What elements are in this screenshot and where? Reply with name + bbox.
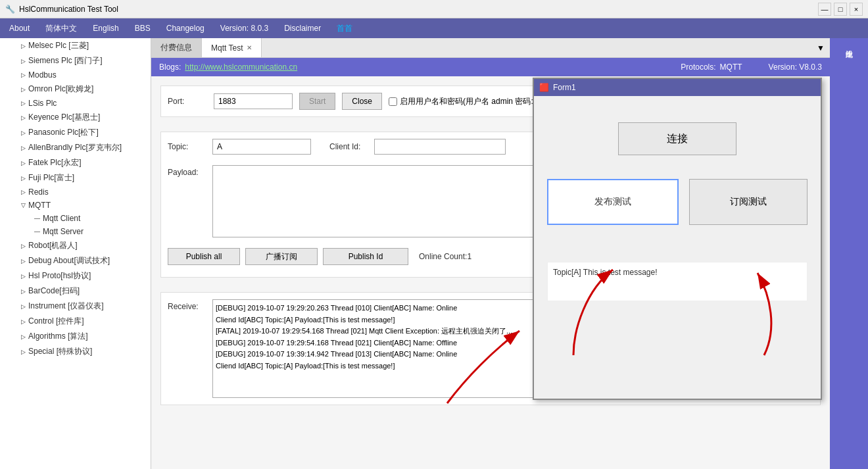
sidebar-item-mqtt[interactable]: ▽ MQTT [0,199,151,212]
form1-message: Topic[A] This is test message! [547,262,808,301]
menu-english[interactable]: English [86,22,125,35]
app-icon: 🔧 [5,5,15,14]
payload-label: Payload: [168,165,207,177]
content-area: 付费信息 Mqtt Test ✕ ▼ Blogs: http://www.hsl… [151,38,830,469]
sidebar-item-allenbrandly[interactable]: ▷ AllenBrandly Plc[罗克韦尔] [0,140,151,155]
form1-publish-test-button[interactable]: 发布测试 [547,179,679,225]
arrow-icon: ▷ [21,114,26,121]
publish-all-button[interactable]: Publish all [168,248,240,265]
main-layout: ▷ Melsec Plc [三菱] ▷ Siemens Plc [西门子] ▷ … [0,38,868,469]
tab-payment[interactable]: 付费信息 [151,38,202,57]
form1-connect-button[interactable]: 连接 [618,122,736,155]
menu-disclaimer[interactable]: Disclaimer [277,22,327,35]
arrow-icon: ▷ [21,72,26,78]
arrow-icon: ▷ [21,243,26,249]
protocol-value: MQTT [720,62,742,72]
menu-about[interactable]: About [3,22,36,35]
menu-version[interactable]: Version: 8.0.3 [214,22,275,35]
sidebar-item-instrument[interactable]: ▷ Instrument [仪器仪表] [0,299,151,314]
info-bar: Blogs: http://www.hslcommunication.cn Pr… [151,58,830,76]
blogs-label: Blogs: [159,62,181,72]
sidebar-item-algorithms[interactable]: ▷ Algorithms [算法] [0,329,151,344]
form1-title: Form1 [553,83,576,92]
sidebar-item-mqtt-server[interactable]: — Mqtt Server [0,225,151,238]
maximize-button[interactable]: □ [834,3,847,16]
form1-titlebar: 🟥 Form1 [534,79,821,96]
sidebar-item-robot[interactable]: ▷ Robot[机器人] [0,238,151,253]
sidebar-item-debug[interactable]: ▷ Debug About[调试技术] [0,253,151,268]
start-button[interactable]: Start [299,93,335,110]
sidebar-item-special[interactable]: ▷ Special [特殊协议] [0,344,151,359]
menu-chinese[interactable]: 简体中文 [39,21,84,36]
sidebar-item-mqtt-client[interactable]: — Mqtt Client [0,212,151,225]
dropdown-arrow-icon: ▼ [817,43,825,53]
arrow-down-icon: ▽ [21,202,26,209]
arrow-icon: ▷ [21,273,26,280]
clientid-label: Client Id: [329,142,369,151]
minimize-button[interactable]: — [818,3,831,16]
arrow-icon: ▷ [21,160,26,166]
tab-mqtt-test[interactable]: Mqtt Test ✕ [202,38,262,57]
version-label: Version: V8.0.3 [769,62,822,72]
protocols-label: Protocols: [681,62,715,72]
sidebar-item-fuji[interactable]: ▷ Fuji Plc[富士] [0,170,151,185]
sidebar-item-panasonic[interactable]: ▷ Panasonic Plc[松下] [0,125,151,140]
title-bar-left: 🔧 HslCommunication Test Tool [5,5,118,14]
dash-icon: — [34,228,40,235]
sidebar-item-melsec[interactable]: ▷ Melsec Plc [三菱] [0,38,151,53]
dash-icon: — [34,215,40,222]
right-note-strip: 此组中没 [830,38,868,469]
port-input[interactable] [214,93,293,109]
sidebar: ▷ Melsec Plc [三菱] ▷ Siemens Plc [西门子] ▷ … [0,38,151,469]
arrow-icon: ▷ [21,175,26,182]
clientid-input[interactable] [374,139,506,155]
sidebar-item-redis[interactable]: ▷ Redis [0,185,151,199]
arrow-icon: ▷ [21,43,26,49]
form1-window: 🟥 Form1 连接 发布测试 订阅测试 Topic[A] This is te… [533,78,822,400]
topic-input[interactable] [212,139,311,155]
app-title: HslCommunication Test Tool [19,5,118,14]
sidebar-item-hslproto[interactable]: ▷ Hsl Proto[hsl协议] [0,268,151,284]
window-controls: — □ × [818,3,863,16]
arrow-icon: ▷ [21,130,26,136]
title-bar: 🔧 HslCommunication Test Tool — □ × [0,0,868,18]
broadcast-button[interactable]: 广播订阅 [245,248,318,265]
tab-bar: 付费信息 Mqtt Test ✕ ▼ [151,38,830,58]
topic-label: Topic: [168,142,207,151]
form1-subscribe-test-button[interactable]: 订阅测试 [689,179,808,225]
sidebar-item-keyence[interactable]: ▷ Keyence Plc[基恩士] [0,110,151,125]
sidebar-item-siemens[interactable]: ▷ Siemens Plc [西门子] [0,53,151,68]
menu-bar: About 简体中文 English BBS Changelog Version… [0,18,868,38]
sidebar-item-omron[interactable]: ▷ Omron Plc[欧姆龙] [0,82,151,97]
publish-id-button[interactable]: Publish Id [323,248,408,265]
close-button[interactable]: Close [342,93,382,110]
arrow-icon: ▷ [21,288,26,295]
arrow-icon: ▷ [21,258,26,264]
menu-changelog[interactable]: Changelog [160,22,211,35]
menu-blue[interactable]: 首首 [330,21,359,36]
menu-bbs[interactable]: BBS [128,22,157,35]
close-button[interactable]: × [850,3,863,16]
form1-body: 连接 发布测试 订阅测试 Topic[A] This is test messa… [534,96,821,314]
arrow-icon: ▷ [21,100,26,107]
arrow-icon: ▷ [21,189,26,195]
blogs-url[interactable]: http://www.hslcommunication.cn [185,62,297,72]
online-count: Online Count:1 [419,252,471,261]
receive-label: Receive: [168,299,207,311]
sidebar-item-lsis[interactable]: ▷ LSis Plc [0,97,151,110]
arrow-icon: ▷ [21,333,26,340]
arrow-icon: ▷ [21,58,26,64]
port-label: Port: [168,97,207,106]
sidebar-item-control[interactable]: ▷ Control [控件库] [0,314,151,329]
tab-close-icon[interactable]: ✕ [247,44,252,51]
sidebar-item-barcode[interactable]: ▷ BarCode[扫码] [0,284,151,299]
tab-dropdown[interactable]: ▼ [811,38,830,57]
auth-checkbox[interactable] [389,97,397,106]
arrow-icon: ▷ [21,86,26,93]
arrow-icon: ▷ [21,318,26,325]
sidebar-item-modbus[interactable]: ▷ Modbus [0,68,151,82]
arrow-icon: ▷ [21,303,26,310]
form1-icon: 🟥 [539,83,549,92]
sidebar-item-fatek[interactable]: ▷ Fatek Plc[永宏] [0,155,151,170]
arrow-icon: ▷ [21,349,26,355]
